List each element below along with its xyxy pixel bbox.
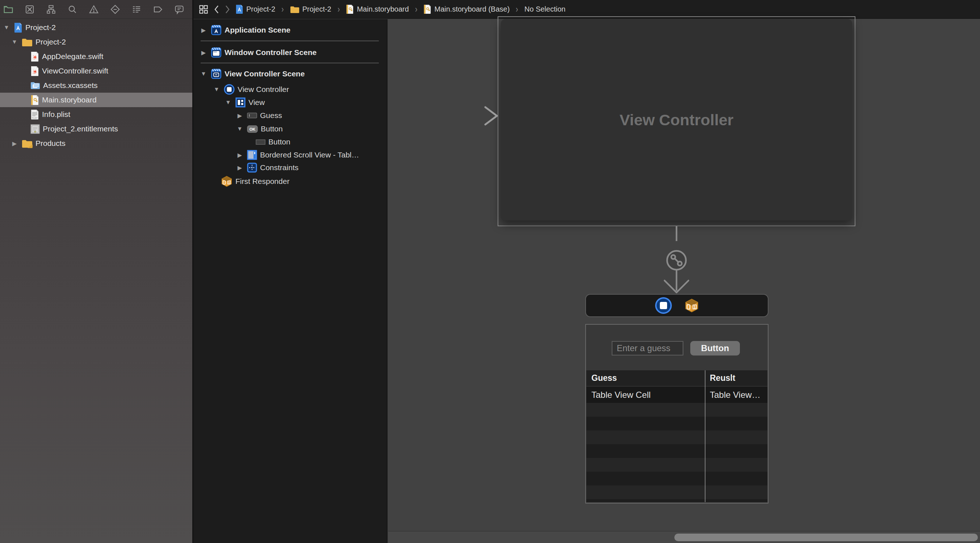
table-cell-guess: Table View Cell	[586, 390, 705, 400]
outline-label: Button	[268, 138, 290, 146]
outline-row-view-controller[interactable]: ▼ View Controller	[193, 82, 386, 97]
disclosure-triangle[interactable]: ▼	[199, 71, 208, 77]
outline-label: Constraints	[260, 163, 298, 172]
disclosure-triangle[interactable]: ▼	[212, 86, 221, 93]
outline-label: Guess	[260, 111, 282, 120]
storyboard-file-icon	[30, 95, 39, 105]
table-empty-row	[586, 403, 767, 417]
issue-navigator-icon[interactable]	[88, 3, 100, 16]
storyboard-canvas[interactable]: View Controller 1	[388, 19, 980, 543]
file-row-assets[interactable]: Assets.xcassets	[0, 78, 192, 93]
breadcrumb-separator: ›	[414, 4, 418, 15]
entitlements-file-icon	[30, 124, 40, 134]
application-scene-icon	[211, 25, 222, 35]
disclosure-triangle[interactable]: ▶	[235, 152, 244, 159]
segue-connection[interactable]	[662, 226, 691, 295]
view-controller-scene-icon	[211, 68, 222, 79]
outline-label: Window Controller Scene	[224, 48, 317, 57]
submit-button[interactable]: Button	[690, 341, 740, 356]
breadcrumb-no-selection[interactable]: No Selection	[524, 5, 565, 13]
initial-view-controller-arrow[interactable]	[425, 105, 501, 127]
swift-file-icon	[30, 66, 39, 76]
source-control-icon[interactable]	[24, 3, 36, 16]
file-row-project-root[interactable]: ▼ Project-2	[0, 20, 192, 35]
first-responder-cube-icon: 1	[221, 176, 232, 187]
file-row-viewcontroller[interactable]: ViewController.swift	[0, 64, 192, 78]
outline-row-constraints[interactable]: ▶ Constraints	[193, 160, 386, 175]
guess-field-placeholder: Enter a guess	[617, 343, 670, 353]
breadcrumb-label: Main.storyboard	[357, 5, 409, 13]
horizontal-scrollbar-thumb[interactable]	[675, 533, 978, 541]
horizontal-scrollbar-track[interactable]	[388, 531, 980, 543]
editor-area: Project-2 › Project-2 › Main.storyboard …	[193, 0, 980, 543]
svg-text:1: 1	[228, 181, 230, 184]
folder-icon	[22, 139, 33, 148]
outline-label: View Controller Scene	[224, 70, 305, 78]
outline-row-scroll-view[interactable]: ▶ Bordered Scroll View - Tabl…	[193, 148, 386, 162]
outline-row-button[interactable]: ▼ OK Button	[193, 122, 386, 136]
table-empty-row	[586, 417, 767, 430]
file-label: ViewController.swift	[42, 67, 108, 75]
outline-row-guess-textfield[interactable]: ▶ Guess	[193, 108, 386, 123]
table-row[interactable]: Table View Cell Table View…	[586, 387, 767, 403]
navigator-selector-bar	[0, 0, 192, 19]
disclosure-triangle[interactable]: ▶	[10, 140, 19, 147]
breadcrumb-storyboard[interactable]: Main.storyboard	[346, 4, 409, 14]
table-empty-row	[586, 444, 767, 458]
document-outline-toggle-icon[interactable]	[199, 4, 208, 14]
file-row-entitlements[interactable]: Project_2.entitlements	[0, 122, 192, 136]
outline-row-button-cell[interactable]: Button	[193, 135, 386, 149]
breadcrumb-group[interactable]: Project-2	[290, 5, 331, 13]
find-navigator-icon[interactable]	[66, 3, 79, 16]
breakpoint-navigator-icon[interactable]	[152, 3, 164, 16]
disclosure-triangle[interactable]: ▶	[235, 164, 244, 171]
debug-navigator-icon[interactable]	[130, 3, 143, 16]
outline-row-view[interactable]: ▼ View	[193, 95, 386, 110]
file-row-main-storyboard[interactable]: Main.storyboard	[0, 93, 192, 107]
scene-separator	[200, 41, 379, 41]
guess-text-field[interactable]: Enter a guess	[612, 341, 683, 356]
constraints-icon	[247, 162, 257, 173]
disclosure-triangle[interactable]: ▼	[10, 39, 19, 45]
report-navigator-icon[interactable]	[173, 3, 185, 16]
table-empty-row	[586, 472, 767, 486]
disclosure-triangle[interactable]: ▼	[224, 99, 232, 106]
breadcrumb-project[interactable]: Project-2	[235, 4, 275, 14]
forward-chevron-icon[interactable]	[224, 5, 230, 14]
file-row-appdelegate[interactable]: AppDelegate.swift	[0, 49, 192, 64]
disclosure-triangle[interactable]: ▼	[2, 24, 11, 31]
project-navigator-panel: ▼ Project-2 ▼ Project-2 AppDelegate.swif…	[0, 0, 192, 543]
first-responder-cube-icon[interactable]: 1	[684, 298, 699, 313]
view-controller-scene-view[interactable]: View Controller	[501, 19, 852, 221]
file-label: Assets.xcassets	[43, 81, 98, 90]
disclosure-triangle[interactable]: ▼	[235, 125, 244, 132]
outline-row-application-scene[interactable]: ▶ Application Scene	[193, 23, 386, 37]
symbols-icon[interactable]	[45, 3, 57, 16]
table-column-separator	[705, 370, 705, 502]
file-row-products[interactable]: ▶ Products	[0, 136, 192, 151]
breadcrumb-storyboard-base[interactable]: Main.storyboard (Base)	[423, 4, 509, 14]
test-navigator-icon[interactable]	[109, 3, 121, 16]
disclosure-triangle[interactable]: ▶	[235, 112, 244, 119]
table-empty-row	[586, 458, 767, 472]
app-project-icon	[235, 4, 243, 14]
back-chevron-icon[interactable]	[214, 5, 220, 14]
outline-row-first-responder[interactable]: 1 First Responder	[193, 174, 386, 189]
file-row-project-folder[interactable]: ▼ Project-2	[0, 35, 192, 49]
guess-result-table[interactable]: Guess Reuslt Table View Cell Table View…	[586, 370, 767, 502]
disclosure-triangle[interactable]: ▶	[199, 49, 208, 56]
outline-label: First Responder	[235, 177, 290, 186]
disclosure-triangle[interactable]: ▶	[199, 27, 208, 34]
outline-row-window-controller-scene[interactable]: ▶ Window Controller Scene	[193, 45, 386, 60]
file-label: Project-2	[25, 23, 56, 32]
outline-row-view-controller-scene[interactable]: ▼ View Controller Scene	[193, 67, 386, 81]
file-row-infoplist[interactable]: PLIST Info.plist	[0, 107, 192, 122]
project-navigator-folder-icon[interactable]	[2, 3, 14, 16]
file-label: Products	[35, 139, 65, 148]
table-empty-row	[586, 430, 767, 444]
breadcrumb-label: Project-2	[302, 5, 331, 13]
scene2-content-view[interactable]: Enter a guess Button Guess Reuslt Table …	[585, 324, 768, 503]
asset-catalog-icon	[30, 81, 40, 90]
view-controller-dock-icon[interactable]	[655, 297, 672, 314]
window-controller-scene-icon	[211, 47, 222, 58]
